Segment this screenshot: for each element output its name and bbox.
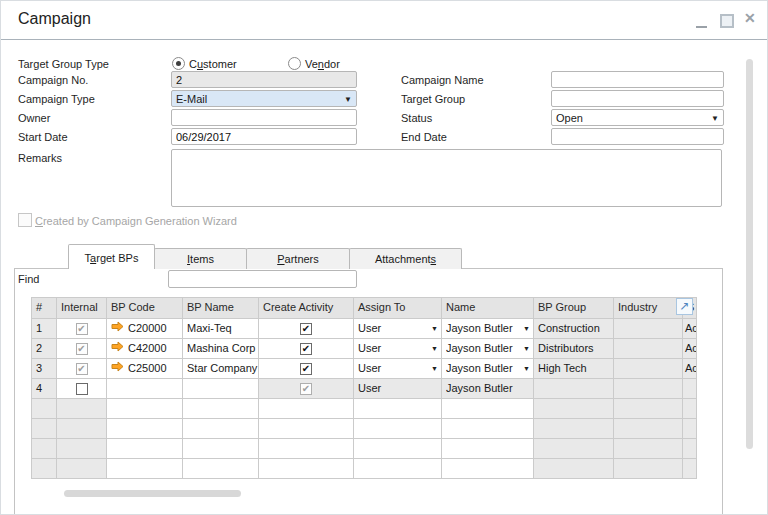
horizontal-scrollbar-thumb[interactable]: [64, 490, 241, 497]
industry-cell: [614, 319, 683, 339]
internal-checkbox[interactable]: [76, 383, 88, 395]
create-activity-checkbox: [300, 383, 312, 395]
campaign-name-label: Campaign Name: [401, 74, 484, 86]
empty-cell[interactable]: [107, 439, 183, 459]
row-number-cell[interactable]: 3: [32, 359, 57, 379]
customer-radio-label: Customer: [189, 58, 237, 70]
close-icon[interactable]: ✕: [744, 10, 756, 26]
empty-cell[interactable]: [259, 399, 354, 419]
empty-cell[interactable]: [442, 419, 534, 439]
customer-radio[interactable]: [172, 57, 185, 70]
name-cell[interactable]: Jayson Butler▼: [442, 359, 534, 379]
column-header: Name: [442, 298, 534, 319]
vertical-scrollbar-thumb[interactable]: [746, 59, 753, 449]
row-number-cell[interactable]: 4: [32, 379, 57, 399]
find-input[interactable]: [168, 270, 357, 288]
campaign-type-label: Campaign Type: [18, 93, 95, 105]
empty-cell: [57, 399, 107, 419]
target-group-type-label: Target Group Type: [18, 58, 109, 70]
empty-table-row: [32, 419, 697, 439]
column-header: Assign To: [354, 298, 442, 319]
name-cell[interactable]: Jayson Butler▼: [442, 319, 534, 339]
bp-code-cell[interactable]: C42000: [107, 339, 183, 359]
vendor-radio[interactable]: [288, 57, 301, 70]
start-date-field[interactable]: [171, 128, 357, 145]
dropdown-arrow-icon[interactable]: ▼: [523, 361, 530, 376]
maximize-icon[interactable]: [720, 14, 734, 28]
target-group-field[interactable]: [551, 90, 724, 107]
empty-cell[interactable]: [183, 399, 259, 419]
row-number-cell[interactable]: 1: [32, 319, 57, 339]
assign-to-cell[interactable]: User▼: [354, 319, 442, 339]
bp-code-cell[interactable]: C20000: [107, 319, 183, 339]
dropdown-arrow-icon[interactable]: ▼: [523, 321, 530, 336]
create-activity-checkbox[interactable]: [300, 343, 312, 355]
empty-cell[interactable]: [183, 459, 259, 479]
empty-table-row: [32, 399, 697, 419]
bp-name-cell[interactable]: Mashina Corp: [183, 339, 259, 359]
dropdown-arrow-icon[interactable]: ▼: [431, 341, 438, 356]
link-arrow-icon[interactable]: [111, 341, 124, 356]
empty-cell[interactable]: [259, 459, 354, 479]
status-cell: Active: [683, 319, 697, 339]
status-cell: Active: [683, 339, 697, 359]
empty-cell[interactable]: [259, 419, 354, 439]
tab-items[interactable]: Items: [154, 248, 247, 269]
campaign-window: Campaign ✕ Target Group Type Customer Ve…: [0, 0, 768, 515]
campaign-name-field[interactable]: [551, 71, 724, 88]
assign-to-cell[interactable]: User▼: [354, 339, 442, 359]
tab-attachments[interactable]: Attachments: [349, 248, 462, 269]
empty-cell: [32, 459, 57, 479]
owner-field[interactable]: [171, 109, 357, 126]
empty-cell[interactable]: [354, 439, 442, 459]
bp-name-cell[interactable]: [183, 379, 259, 399]
bp-group-cell: [534, 379, 614, 399]
empty-cell[interactable]: [107, 419, 183, 439]
tab-bar: Target BPs Items Partners Attachments: [69, 244, 462, 269]
tab-partners[interactable]: Partners: [246, 248, 350, 269]
dropdown-arrow-icon[interactable]: ▼: [431, 321, 438, 336]
row-number-cell[interactable]: 2: [32, 339, 57, 359]
link-arrow-icon[interactable]: [111, 361, 124, 376]
dropdown-arrow-icon[interactable]: ▼: [431, 361, 438, 376]
empty-cell[interactable]: [442, 399, 534, 419]
empty-cell: [57, 419, 107, 439]
name-cell-value: Jayson Butler: [446, 361, 521, 376]
bp-name-cell[interactable]: Star Company: [183, 359, 259, 379]
status-select[interactable]: Open ▼: [551, 109, 724, 126]
create-activity-checkbox[interactable]: [300, 363, 312, 375]
campaign-type-select[interactable]: E-Mail ▼: [171, 90, 357, 107]
column-header: Create Activity: [259, 298, 354, 319]
link-arrow-icon[interactable]: [111, 321, 124, 336]
empty-cell[interactable]: [354, 399, 442, 419]
empty-cell[interactable]: [183, 439, 259, 459]
empty-cell[interactable]: [183, 419, 259, 439]
empty-cell: [57, 439, 107, 459]
remarks-input[interactable]: [171, 149, 722, 207]
dropdown-arrow-icon[interactable]: ▼: [523, 341, 530, 356]
empty-cell: [614, 419, 683, 439]
empty-cell[interactable]: [259, 439, 354, 459]
expand-grid-icon[interactable]: ↗: [676, 298, 693, 315]
bp-code-cell[interactable]: [107, 379, 183, 399]
assign-to-cell[interactable]: User▼: [354, 359, 442, 379]
name-cell[interactable]: Jayson Butler▼: [442, 339, 534, 359]
empty-cell[interactable]: [107, 399, 183, 419]
create-activity-checkbox[interactable]: [300, 323, 312, 335]
bp-name-cell[interactable]: Maxi-Teq: [183, 319, 259, 339]
empty-cell[interactable]: [354, 459, 442, 479]
minimize-icon[interactable]: [696, 26, 707, 28]
status-value: Open: [556, 112, 583, 124]
remarks-label: Remarks: [18, 152, 62, 164]
bp-code-cell[interactable]: C25000: [107, 359, 183, 379]
tab-target-bps[interactable]: Target BPs: [68, 244, 155, 269]
empty-cell: [683, 459, 697, 479]
empty-cell: [614, 399, 683, 419]
empty-cell[interactable]: [442, 459, 534, 479]
dropdown-arrow-icon: ▼: [711, 114, 719, 123]
empty-cell[interactable]: [442, 439, 534, 459]
internal-checkbox: [76, 343, 88, 355]
end-date-field[interactable]: [551, 128, 724, 145]
empty-cell[interactable]: [107, 459, 183, 479]
empty-cell[interactable]: [354, 419, 442, 439]
